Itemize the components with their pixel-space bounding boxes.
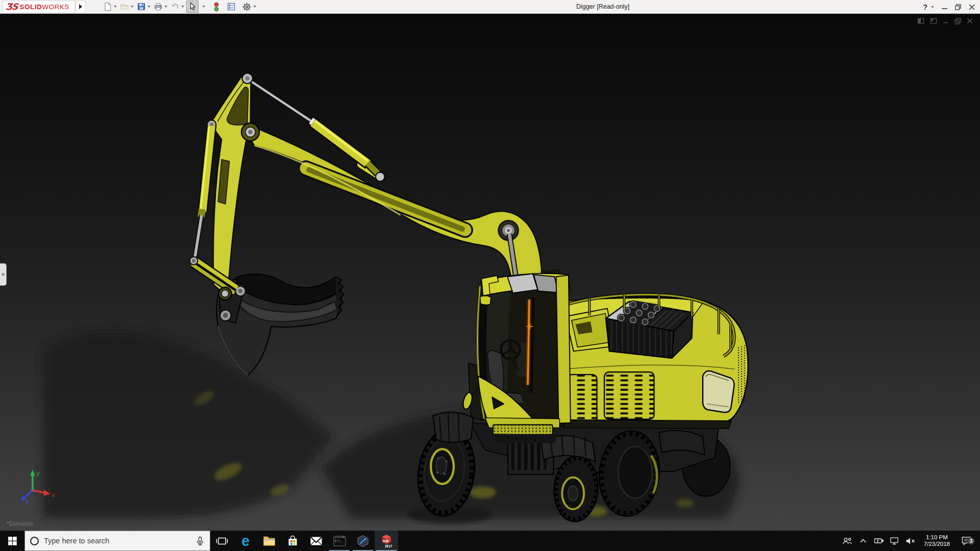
cmd-prompt-text: C:\_ xyxy=(335,539,342,542)
engine-block[interactable] xyxy=(606,302,693,358)
open-folder-icon xyxy=(120,2,129,11)
network-button[interactable] xyxy=(889,537,900,545)
file-properties-button[interactable] xyxy=(226,1,237,13)
new-document-icon xyxy=(103,2,112,11)
power-button[interactable] xyxy=(873,537,885,544)
windows-taskbar: Type here to search e xyxy=(0,531,980,551)
system-tray: 1:10 PM 7/23/2018 3 xyxy=(842,531,980,551)
people-icon xyxy=(842,537,852,545)
menu-flyout-button[interactable] xyxy=(76,1,86,13)
mail-icon xyxy=(310,536,323,546)
print-icon xyxy=(154,2,163,11)
print-dropdown[interactable] xyxy=(164,6,167,8)
side-grille-rear xyxy=(604,372,654,419)
notification-badge: 3 xyxy=(967,537,975,545)
machine-body[interactable] xyxy=(547,294,748,429)
taskbar-empty-area xyxy=(398,531,842,551)
solidworks-taskbar-button[interactable]: SW 2017 xyxy=(375,531,398,551)
file-properties-icon xyxy=(227,2,236,11)
brand-text: SOLIDWORKS xyxy=(19,3,69,11)
print-button[interactable] xyxy=(153,1,168,13)
search-input[interactable]: Type here to search xyxy=(24,531,210,551)
action-center-button[interactable]: 3 xyxy=(958,536,975,546)
volume-button[interactable] xyxy=(905,537,916,545)
triad-x-label: x xyxy=(52,492,55,498)
start-button[interactable] xyxy=(0,531,24,551)
select-tool-button[interactable] xyxy=(186,1,199,13)
solidworks-app-icon: SW 2017 xyxy=(380,534,393,548)
task-view-button[interactable] xyxy=(210,531,234,551)
excavator-model[interactable]: y x z xyxy=(0,14,980,531)
store-icon xyxy=(287,535,299,547)
file-explorer-button[interactable] xyxy=(257,531,281,551)
graphics-area[interactable]: y x z *Dimetric xyxy=(0,14,980,531)
window-controls: ? xyxy=(923,0,975,14)
minimize-button[interactable] xyxy=(942,4,947,10)
solidworks-window: ƷS SOLIDWORKS xyxy=(0,0,980,551)
open-dropdown[interactable] xyxy=(131,6,134,8)
new-dropdown[interactable] xyxy=(114,6,117,8)
task-view-icon xyxy=(216,536,228,546)
options-dropdown[interactable] xyxy=(253,6,256,8)
volume-muted-icon xyxy=(905,537,916,545)
windows-logo-icon xyxy=(8,537,17,545)
save-icon xyxy=(137,2,146,11)
rebuild-traffic-light-icon xyxy=(212,2,220,12)
solidworks-logo: ƷS SOLIDWORKS xyxy=(2,1,75,13)
people-button[interactable] xyxy=(842,537,853,545)
mail-button[interactable] xyxy=(304,531,328,551)
standard-toolbar xyxy=(102,1,257,13)
store-button[interactable] xyxy=(281,531,304,551)
gear-icon xyxy=(242,2,252,12)
select-dropdown-button[interactable] xyxy=(200,1,206,13)
show-hidden-icons-button[interactable] xyxy=(857,538,869,543)
tray-time: 1:10 PM xyxy=(926,534,948,540)
hexagon-app-icon xyxy=(357,535,369,547)
document-title: Digger [Read-only] xyxy=(576,0,629,14)
search-placeholder: Type here to search xyxy=(44,537,190,545)
battery-plug-icon xyxy=(874,537,884,544)
save-button[interactable] xyxy=(136,1,152,13)
select-cursor-icon xyxy=(188,2,197,11)
triad-z-label: z xyxy=(25,498,29,505)
triad-y-label: y xyxy=(36,470,40,477)
command-prompt-icon: C:\_ xyxy=(333,536,346,546)
command-prompt-button[interactable]: C:\_ xyxy=(328,531,351,551)
select-dropdown xyxy=(202,6,205,8)
microphone-icon[interactable] xyxy=(195,536,205,546)
rebuild-button[interactable] xyxy=(211,1,222,13)
help-button[interactable]: ? xyxy=(923,3,927,11)
chevron-up-icon xyxy=(860,538,867,543)
save-dropdown[interactable] xyxy=(148,6,151,8)
file-explorer-icon xyxy=(263,536,276,546)
undo-icon xyxy=(170,2,180,11)
dipper-arm[interactable] xyxy=(207,73,253,294)
cab[interactable] xyxy=(461,273,570,443)
edge-button[interactable]: e xyxy=(234,531,257,551)
sw-letters: SW xyxy=(383,539,389,543)
close-button[interactable] xyxy=(969,4,975,10)
ds-logo-icon: ƷS xyxy=(5,2,18,12)
cortana-icon xyxy=(30,537,39,545)
hexagon-app-button[interactable] xyxy=(351,531,375,551)
restore-button[interactable] xyxy=(955,4,961,10)
open-button[interactable] xyxy=(119,1,135,13)
network-icon xyxy=(890,537,899,545)
help-dropdown[interactable] xyxy=(931,6,934,8)
sw-year: 2017 xyxy=(385,544,393,547)
tray-date: 7/23/2018 xyxy=(924,541,950,547)
view-orientation-label: *Dimetric xyxy=(7,520,34,528)
title-bar: ƷS SOLIDWORKS xyxy=(0,0,980,14)
edge-icon: e xyxy=(241,534,250,548)
undo-dropdown[interactable] xyxy=(181,6,184,8)
clock[interactable]: 1:10 PM 7/23/2018 xyxy=(921,534,953,547)
options-button[interactable] xyxy=(241,1,257,13)
new-document-button[interactable] xyxy=(102,1,118,13)
undo-button[interactable] xyxy=(169,1,185,13)
flyout-arrow-icon xyxy=(79,4,83,9)
